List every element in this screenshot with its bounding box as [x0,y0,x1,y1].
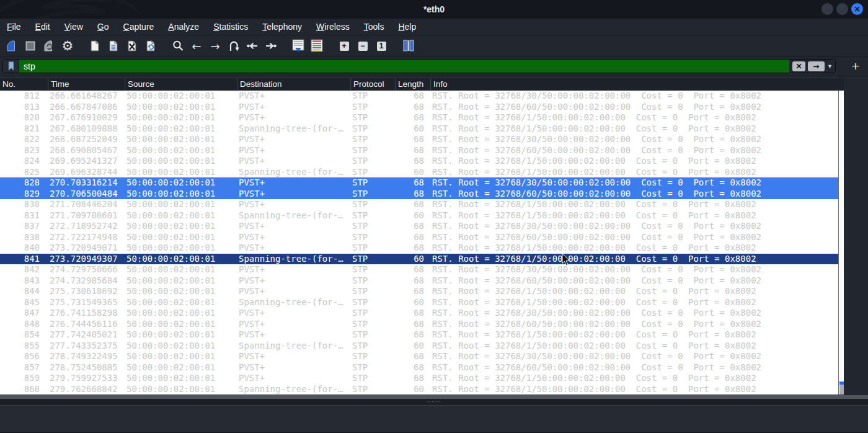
go-forward-icon[interactable]: → [207,38,223,54]
apply-filter-button[interactable]: ➞ [808,61,825,71]
auto-scroll-icon[interactable] [290,38,306,54]
zoom-in-icon[interactable]: + [336,38,352,54]
cell-len: 68 [389,286,424,297]
packet-row[interactable]: 828270.70331621450:00:00:02:00:01PVST+ST… [0,177,838,189]
column-header-no[interactable]: No. [0,78,48,91]
display-filter-field[interactable]: stp ✕ ➞ ▼ [2,59,836,73]
filter-bookmark-button[interactable] [3,59,19,73]
packet-row[interactable]: 847276.74115829850:00:00:02:00:01PVST+ST… [0,308,838,319]
column-header-source[interactable]: Source [125,78,237,91]
go-last-packet-icon[interactable] [263,38,279,54]
start-capture-icon[interactable] [4,38,20,54]
menu-analyze[interactable]: Analyze [168,22,199,32]
packet-row[interactable]: 845275.73154936550:00:00:02:00:01Spannin… [0,297,838,308]
titlebar[interactable]: *eth0 ✕ [0,0,868,19]
save-file-icon[interactable] [105,38,122,54]
packet-row[interactable]: 823268.69080546750:00:00:02:00:01PVST+ST… [0,145,838,156]
restart-capture-icon[interactable] [41,38,57,54]
packet-row[interactable]: 829270.70650048450:00:00:02:00:01PVST+ST… [0,189,838,200]
cell-time: 272.718952742 [50,221,125,232]
pane-splitter[interactable]: ⋅⋅⋅⋅⋅⋅ [0,399,868,405]
resize-columns-icon[interactable] [401,38,417,54]
packet-row[interactable]: 841273.72094930750:00:00:02:00:01Spannin… [0,254,838,265]
close-button[interactable]: ✕ [851,3,863,15]
cell-time: 274.732985684 [50,275,125,287]
vertical-scrollbar-handle[interactable] [839,385,844,395]
reload-file-icon[interactable] [143,38,159,54]
cell-proto: STP [352,199,388,210]
packet-row[interactable]: 842274.72975066650:00:00:02:00:01PVST+ST… [0,264,838,275]
add-filter-button[interactable]: + [852,58,859,74]
cell-len: 68 [389,308,424,319]
packet-row[interactable]: 840273.72094907150:00:00:02:00:01PVST+ST… [0,243,838,254]
close-file-icon[interactable] [124,38,140,54]
menu-help[interactable]: Help [398,22,416,32]
zoom-out-icon[interactable]: − [355,38,371,54]
packet-row[interactable]: 843274.73298568450:00:00:02:00:01PVST+ST… [0,275,838,287]
packet-list[interactable]: 812266.66164826750:00:00:02:00:01PVST+ST… [0,91,838,395]
go-to-packet-icon[interactable] [226,38,242,54]
stop-capture-icon[interactable] [22,38,38,54]
packet-row[interactable]: 831271.70970060150:00:00:02:00:01Spannin… [0,210,838,221]
packet-row[interactable]: 821267.68010988850:00:00:02:00:01Spannin… [0,123,838,135]
maximize-button[interactable] [836,3,848,15]
minimize-button[interactable] [822,3,833,15]
menu-wireless[interactable]: Wireless [316,22,350,32]
cell-proto: STP [352,156,388,167]
menu-tools[interactable]: Tools [364,22,384,32]
packet-row[interactable]: 822268.68725204950:00:00:02:00:01PVST+ST… [0,134,838,145]
cell-dest: PVST+ [239,156,350,167]
packet-row[interactable]: 838272.72217494850:00:00:02:00:01PVST+ST… [0,232,838,243]
packet-row[interactable]: 856278.74932249550:00:00:02:00:01PVST+ST… [0,351,838,362]
clear-filter-button[interactable]: ✕ [792,61,805,71]
cell-no: 828 [0,177,40,189]
filter-dropdown-caret[interactable]: ▼ [827,63,833,69]
packet-row[interactable]: 813266.66784708650:00:00:02:00:01PVST+ST… [0,102,838,113]
go-first-packet-icon[interactable] [244,38,260,54]
packet-row[interactable]: 824269.69524132750:00:00:02:00:01PVST+ST… [0,156,838,167]
cell-no: 824 [0,156,40,167]
packet-row[interactable]: 860279.76266884250:00:00:02:00:01Spannin… [0,384,838,395]
column-header-info[interactable]: Info [431,78,838,91]
packet-details-pane[interactable] [0,405,868,433]
go-back-icon[interactable]: ← [188,38,205,54]
filter-input[interactable]: stp [19,61,789,71]
cell-info: RST. Root = 32768/60/50:00:00:02:00:00 C… [432,102,836,113]
open-file-icon[interactable] [87,38,103,54]
menu-bar: File Edit View Go Capture Analyze Statis… [0,19,868,35]
packet-row[interactable]: 825269.69632874450:00:00:02:00:01Spannin… [0,167,838,178]
find-packet-icon[interactable] [170,38,186,54]
packet-row[interactable]: 859279.75992753350:00:00:02:00:01PVST+ST… [0,373,838,384]
vertical-scrollbar[interactable] [838,91,844,395]
cell-no: 847 [0,308,40,319]
cell-len: 60 [389,341,424,352]
packet-row[interactable]: 855277.74335237550:00:00:02:00:01Spannin… [0,341,838,352]
normal-size-icon[interactable]: 1 [373,38,389,54]
menu-statistics[interactable]: Statistics [213,22,248,32]
cell-no: 830 [0,199,40,210]
cell-dest: PVST+ [239,329,350,341]
packet-row[interactable]: 812266.66164826750:00:00:02:00:01PVST+ST… [0,91,838,102]
packet-row[interactable]: 820267.67691002950:00:00:02:00:01PVST+ST… [0,112,838,123]
cell-len: 68 [389,91,424,102]
cell-dest: PVST+ [239,177,350,189]
packet-row[interactable]: 830271.70844620450:00:00:02:00:01PVST+ST… [0,199,838,210]
column-header-length[interactable]: Length [396,78,431,91]
column-header-time[interactable]: Time [48,78,125,91]
column-header-destination[interactable]: Destination [237,78,351,91]
packet-row[interactable]: 848276.74445611650:00:00:02:00:01PVST+ST… [0,319,838,330]
menu-edit[interactable]: Edit [35,22,50,32]
packet-row[interactable]: 854277.74240502150:00:00:02:00:01PVST+ST… [0,329,838,341]
packet-row[interactable]: 857278.75245088550:00:00:02:00:01PVST+ST… [0,362,838,373]
packet-row[interactable]: 837272.71895274250:00:00:02:00:01PVST+ST… [0,221,838,232]
column-header-protocol[interactable]: Protocol [351,78,396,91]
cell-proto: STP [352,254,388,265]
menu-file[interactable]: File [7,22,21,32]
menu-capture[interactable]: Capture [123,22,154,32]
menu-view[interactable]: View [64,22,83,32]
menu-telephony[interactable]: Telephony [262,22,302,32]
menu-go[interactable]: Go [97,22,109,32]
packet-row[interactable]: 844275.73061869250:00:00:02:00:01PVST+ST… [0,286,838,297]
capture-options-icon[interactable]: ⚙ [60,38,76,54]
colorize-packets-icon[interactable] [309,38,325,54]
